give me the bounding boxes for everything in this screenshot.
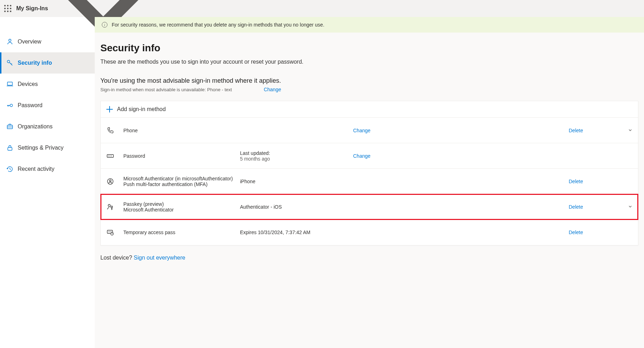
app-launcher-icon[interactable] xyxy=(4,5,11,12)
lock-icon xyxy=(6,144,13,151)
svg-point-12 xyxy=(108,204,110,207)
info-icon: i xyxy=(102,22,107,28)
lost-device-prompt: Lost device? xyxy=(100,255,132,261)
method-title: Temporary access pass xyxy=(123,230,240,235)
delete-link[interactable]: Delete xyxy=(569,230,583,235)
password-key-icon xyxy=(6,102,13,109)
method-row: Microsoft Authenticator (in microsoftAut… xyxy=(101,169,638,194)
sidebar-item-settings-privacy[interactable]: Settings & Privacy xyxy=(0,137,95,158)
svg-point-11 xyxy=(110,180,111,181)
svg-rect-5 xyxy=(8,147,12,150)
top-bar: My Sign-Ins xyxy=(0,0,644,17)
method-row: Temporary access passExpires 10/31/2024,… xyxy=(101,220,638,245)
change-link[interactable]: Change xyxy=(353,128,370,133)
methods-list: Add sign-in method PhoneChangeDeletePass… xyxy=(100,101,638,245)
security-banner: i For security reasons, we recommend tha… xyxy=(95,17,644,33)
chevron-down-icon[interactable] xyxy=(628,128,632,132)
laptop-icon xyxy=(6,81,13,88)
method-detail: iPhone xyxy=(240,179,353,184)
change-default-link[interactable]: Change xyxy=(264,87,281,92)
sidebar-item-label: Security info xyxy=(18,60,52,66)
sidebar-item-label: Password xyxy=(18,102,42,109)
method-icon xyxy=(106,178,114,185)
method-title: Phone xyxy=(123,128,240,133)
svg-point-7 xyxy=(108,156,109,156)
sidebar-item-label: Organizations xyxy=(18,123,53,130)
plus-icon xyxy=(106,106,113,112)
svg-point-9 xyxy=(111,156,112,156)
fallback-method-text: Sign-in method when most advisable is un… xyxy=(100,87,232,92)
sidebar-nav: Overview Security info Devices Password … xyxy=(0,17,95,348)
lost-device-section: Lost device? Sign out everywhere xyxy=(100,245,638,261)
svg-point-8 xyxy=(110,156,110,156)
method-row: Passkey (preview)Microsoft Authenticator… xyxy=(101,194,638,220)
person-icon xyxy=(6,38,13,45)
advisable-text: You're using the most advisable sign-in … xyxy=(100,77,638,85)
method-detail: Authenticator - iOS xyxy=(240,204,353,210)
chevron-down-icon[interactable] xyxy=(628,204,632,208)
method-detail: Last updated:5 months ago xyxy=(240,150,353,162)
method-row: PhoneChangeDelete xyxy=(101,118,638,143)
key-icon xyxy=(6,59,13,66)
delete-link[interactable]: Delete xyxy=(569,204,583,210)
sidebar-item-overview[interactable]: Overview xyxy=(0,31,95,52)
method-title: Passkey (preview)Microsoft Authenticator xyxy=(123,201,240,213)
sidebar-item-label: Recent activity xyxy=(18,166,54,172)
method-title: Microsoft Authenticator (in microsoftAut… xyxy=(123,176,240,187)
sidebar-item-label: Overview xyxy=(18,39,41,45)
banner-text: For security reasons, we recommend that … xyxy=(112,22,324,28)
sidebar-item-devices[interactable]: Devices xyxy=(0,74,95,95)
briefcase-icon xyxy=(6,123,13,130)
add-method-label: Add sign-in method xyxy=(117,106,166,112)
add-sign-in-method-button[interactable]: Add sign-in method xyxy=(101,101,638,118)
svg-point-16 xyxy=(110,232,110,232)
change-link[interactable]: Change xyxy=(353,153,370,159)
method-detail: Expires 10/31/2024, 7:37:42 AM xyxy=(240,230,353,235)
delete-link[interactable]: Delete xyxy=(569,128,583,133)
app-title-text: My Sign-Ins xyxy=(16,5,48,12)
method-row: PasswordLast updated:5 months agoChange xyxy=(101,143,638,169)
svg-point-13 xyxy=(111,206,113,208)
page-title: Security info xyxy=(100,42,638,54)
svg-point-3 xyxy=(10,104,13,107)
svg-rect-2 xyxy=(7,82,12,85)
main-content: i For security reasons, we recommend tha… xyxy=(95,17,644,348)
sidebar-item-label: Devices xyxy=(18,81,38,87)
method-icon xyxy=(106,203,114,211)
page-subtitle: These are the methods you use to sign in… xyxy=(100,59,638,65)
svg-point-17 xyxy=(111,232,112,232)
svg-point-1 xyxy=(7,60,10,63)
svg-point-15 xyxy=(109,232,109,232)
sidebar-item-security-info[interactable]: Security info xyxy=(0,52,95,74)
sidebar-item-label: Settings & Privacy xyxy=(18,145,64,151)
sidebar-item-password[interactable]: Password xyxy=(0,95,95,116)
sidebar-item-recent-activity[interactable]: Recent activity xyxy=(0,158,95,180)
svg-point-0 xyxy=(9,39,11,41)
sidebar-item-organizations[interactable]: Organizations xyxy=(0,116,95,137)
sign-out-everywhere-link[interactable]: Sign out everywhere xyxy=(134,255,185,261)
delete-link[interactable]: Delete xyxy=(569,179,583,184)
method-icon xyxy=(106,152,114,160)
method-icon xyxy=(106,228,114,236)
method-icon xyxy=(106,127,114,134)
history-icon xyxy=(6,166,13,173)
method-title: Password xyxy=(123,153,240,159)
